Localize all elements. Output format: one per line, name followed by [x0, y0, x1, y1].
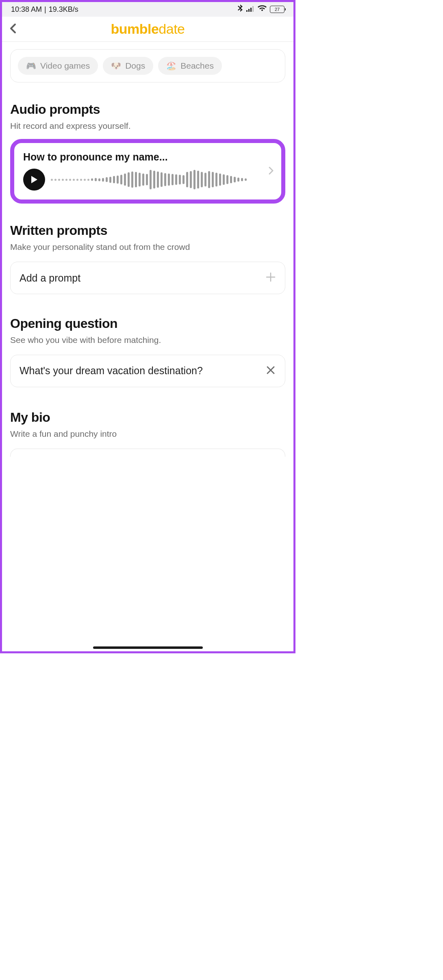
status-right: 27	[237, 4, 284, 15]
play-button[interactable]	[23, 169, 45, 191]
written-prompts-subtitle: Make your personality stand out from the…	[10, 242, 285, 252]
dog-icon: 🐶	[111, 61, 121, 71]
audio-prompt-title: How to pronounce my name...	[23, 151, 272, 163]
status-bar: 10:38 AM | 19.3KB/s 27	[2, 2, 293, 17]
opening-question-section: Opening question See who you vibe with b…	[10, 316, 285, 387]
interest-chip[interactable]: 🎮 Video games	[18, 57, 98, 75]
status-rate: 19.3KB/s	[49, 5, 78, 14]
svg-rect-0	[246, 10, 248, 12]
gamepad-icon: 🎮	[26, 61, 36, 71]
my-bio-title: My bio	[10, 410, 285, 425]
wifi-icon	[258, 5, 267, 14]
audio-prompt-card[interactable]: How to pronounce my name...	[10, 139, 285, 204]
close-icon[interactable]	[265, 365, 276, 377]
status-sep: |	[44, 5, 46, 14]
interest-chip[interactable]: 🏖️ Beaches	[158, 57, 222, 75]
bluetooth-icon	[237, 4, 243, 15]
plus-icon	[265, 272, 276, 284]
brand-main: bumble	[111, 21, 159, 37]
written-prompts-title: Written prompts	[10, 223, 285, 238]
battery-icon: 27	[270, 6, 284, 13]
add-prompt-label: Add a prompt	[20, 272, 80, 284]
battery-pct: 27	[275, 7, 280, 12]
chip-label: Dogs	[125, 61, 145, 71]
bio-card[interactable]	[10, 449, 285, 457]
status-left: 10:38 AM | 19.3KB/s	[11, 5, 78, 14]
home-indicator[interactable]	[93, 646, 203, 649]
beach-icon: 🏖️	[166, 61, 176, 71]
svg-rect-2	[250, 8, 252, 12]
audio-prompts-section: Audio prompts Hit record and express you…	[10, 102, 285, 204]
opening-question-text: What's your dream vacation destination?	[20, 364, 257, 378]
opening-question-subtitle: See who you vibe with before matching.	[10, 335, 285, 345]
back-button[interactable]	[9, 23, 17, 36]
my-bio-section: My bio Write a fun and punchy intro	[10, 410, 285, 457]
play-icon	[30, 175, 38, 184]
audio-waveform	[51, 170, 272, 189]
my-bio-subtitle: Write a fun and punchy intro	[10, 429, 285, 439]
audio-prompts-title: Audio prompts	[10, 102, 285, 117]
brand-logo: bumbledate	[111, 21, 185, 37]
app-header: bumbledate	[2, 17, 293, 42]
chip-label: Beaches	[180, 61, 214, 71]
svg-rect-1	[248, 9, 250, 12]
interests-card[interactable]: 🎮 Video games 🐶 Dogs 🏖️ Beaches	[10, 49, 285, 82]
signal-icon	[246, 5, 254, 14]
written-prompts-section: Written prompts Make your personality st…	[10, 223, 285, 294]
status-time: 10:38 AM	[11, 5, 42, 14]
opening-question-title: Opening question	[10, 316, 285, 331]
add-prompt-button[interactable]: Add a prompt	[10, 262, 285, 294]
chevron-right-icon	[268, 166, 274, 177]
opening-question-card[interactable]: What's your dream vacation destination?	[10, 355, 285, 387]
svg-rect-3	[252, 6, 254, 12]
brand-sub: date	[159, 21, 185, 37]
chip-label: Video games	[40, 61, 90, 71]
interest-chip[interactable]: 🐶 Dogs	[103, 57, 153, 75]
audio-prompts-subtitle: Hit record and express yourself.	[10, 121, 285, 131]
